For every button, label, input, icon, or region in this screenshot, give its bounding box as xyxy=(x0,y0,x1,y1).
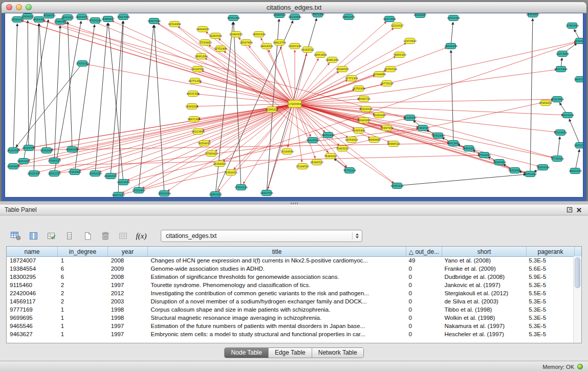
network-node[interactable]: 76732104 xyxy=(343,168,356,173)
network-node[interactable]: 18205904 xyxy=(493,160,506,165)
network-node[interactable]: 16750304 xyxy=(352,86,365,92)
network-node[interactable]: 19352404 xyxy=(40,148,53,154)
network-edge[interactable] xyxy=(295,104,347,167)
network-edge[interactable] xyxy=(95,23,107,173)
create-column-icon[interactable] xyxy=(45,229,58,243)
network-node[interactable]: 17015904 xyxy=(132,188,145,193)
table-row[interactable]: 911546021997Tourette syndrome. Phenomeno… xyxy=(7,281,574,289)
column-header-0[interactable]: name xyxy=(7,247,58,256)
network-node[interactable]: 42751204 xyxy=(188,78,201,84)
network-node[interactable]: 16989307 xyxy=(101,16,114,22)
network-node[interactable]: 19027904 xyxy=(147,18,160,24)
network-edge[interactable] xyxy=(112,20,295,104)
network-node[interactable]: 14126503 xyxy=(191,67,204,72)
network-node[interactable]: 16194413 xyxy=(213,161,226,167)
column-header-3[interactable]: title xyxy=(148,247,406,256)
tab-edge-table[interactable]: Edge Table xyxy=(268,348,312,358)
network-edge[interactable] xyxy=(79,104,295,171)
network-edge[interactable] xyxy=(38,104,295,172)
new-table-icon[interactable] xyxy=(81,229,94,243)
network-node[interactable]: 18054313 xyxy=(32,17,45,23)
network-node[interactable]: 26160503 xyxy=(7,148,19,154)
network-node[interactable]: 44531304 xyxy=(186,91,199,97)
tab-node-table[interactable]: Node Table xyxy=(225,348,268,358)
table-row[interactable]: 969969511998Structural magnetic resonanc… xyxy=(7,314,574,322)
network-node[interactable]: 37771304 xyxy=(345,76,358,81)
rows-icon[interactable] xyxy=(63,229,76,243)
network-table-selector[interactable]: citations_edges.txt xyxy=(161,230,362,242)
network-node[interactable]: 16502304 xyxy=(158,191,170,196)
network-node[interactable]: 18501513 xyxy=(48,171,60,177)
network-edge[interactable] xyxy=(451,22,453,46)
column-header-5[interactable]: short xyxy=(442,247,527,256)
network-node[interactable]: 21624907 xyxy=(413,13,426,18)
network-node[interactable]: 19553804 xyxy=(314,52,326,58)
network-edge[interactable] xyxy=(28,20,29,148)
network-node[interactable]: 17365404 xyxy=(565,23,578,29)
network-node[interactable]: 17735504 xyxy=(551,156,563,162)
network-node[interactable]: 15144513 xyxy=(296,164,309,169)
network-node[interactable]: 17240904 xyxy=(288,100,301,107)
network-node[interactable]: 19203504 xyxy=(260,190,273,196)
network-node[interactable]: 16342513 xyxy=(310,160,323,165)
table-row[interactable]: 946362711997Embryonic stem cells: a mode… xyxy=(7,330,574,338)
network-node[interactable]: 20620504 xyxy=(22,145,35,151)
network-edge[interactable] xyxy=(397,174,526,186)
network-node[interactable]: 17103504 xyxy=(554,130,567,136)
column-header-6[interactable]: pagerank xyxy=(527,247,575,256)
network-node[interactable]: 75493212 xyxy=(324,154,337,159)
column-header-1[interactable]: in_degree xyxy=(58,247,108,256)
network-edge[interactable] xyxy=(243,104,295,184)
network-node[interactable]: 19012604 xyxy=(447,141,460,146)
close-window-button[interactable] xyxy=(6,4,12,10)
network-node[interactable]: 17902513 xyxy=(416,125,429,131)
network-node[interactable]: 22040913 xyxy=(357,118,370,123)
network-edge[interactable] xyxy=(16,63,82,147)
network-node[interactable]: 75354013 xyxy=(224,170,237,176)
network-node[interactable]: 76849904 xyxy=(367,137,380,143)
network-node[interactable]: 19648204 xyxy=(444,43,457,49)
network-node[interactable]: 18300212 xyxy=(265,107,278,113)
network-edge[interactable] xyxy=(13,24,17,150)
network-node[interactable]: 13216012 xyxy=(359,106,372,112)
network-node[interactable]: 18130804 xyxy=(288,14,301,20)
network-node[interactable]: 16273804 xyxy=(556,51,569,57)
network-node[interactable]: 17550214 xyxy=(89,18,101,24)
close-panel-icon[interactable] xyxy=(574,206,583,214)
network-node[interactable]: 16890204 xyxy=(66,147,78,152)
network-node[interactable]: 77590413 xyxy=(205,151,217,157)
network-node[interactable]: 19143504 xyxy=(306,138,319,143)
network-edge[interactable] xyxy=(58,104,295,160)
network-edge[interactable] xyxy=(199,82,295,104)
network-node[interactable]: 20260503 xyxy=(104,173,117,179)
network-node[interactable]: 92450412 xyxy=(524,171,536,177)
table-row[interactable]: 977716911998Corpus callosum shape and si… xyxy=(7,305,574,314)
table-settings-icon[interactable] xyxy=(9,229,23,243)
table-scrollbar[interactable] xyxy=(573,256,581,343)
network-edge[interactable] xyxy=(530,18,533,174)
table-row[interactable]: 946554611997Estimation of the future num… xyxy=(7,322,574,330)
network-edge[interactable] xyxy=(51,104,295,150)
network-node[interactable]: 75897904 xyxy=(380,125,393,131)
network-node[interactable]: 19862003 xyxy=(342,14,355,20)
network-node[interactable]: 12751404 xyxy=(214,46,227,52)
network-edge[interactable] xyxy=(24,19,49,161)
column-header-2[interactable]: year xyxy=(108,247,148,256)
network-node[interactable]: 16649503 xyxy=(196,27,209,32)
network-node[interactable]: 18950203 xyxy=(209,192,222,198)
network-node[interactable]: 76254012 xyxy=(198,141,210,146)
network-node[interactable]: 16203504 xyxy=(536,165,549,170)
network-node[interactable]: 19025304 xyxy=(27,171,40,177)
network-node[interactable]: 18433204 xyxy=(561,113,574,118)
import-table-icon[interactable] xyxy=(117,229,130,243)
table-row[interactable]: 1456911722003Disruption of a novel membe… xyxy=(7,297,574,305)
network-node[interactable]: 12260504 xyxy=(209,33,222,39)
network-edge[interactable] xyxy=(127,104,295,181)
network-node[interactable]: 12524904 xyxy=(168,21,181,27)
network-node[interactable]: 18302012 xyxy=(185,104,198,110)
network-edge[interactable] xyxy=(17,104,295,165)
network-node[interactable]: 16046503 xyxy=(336,67,349,72)
network-node[interactable]: 17519413 xyxy=(199,40,211,46)
network-node[interactable]: 15958213 xyxy=(539,100,552,106)
network-node[interactable]: 16126503 xyxy=(403,115,416,121)
